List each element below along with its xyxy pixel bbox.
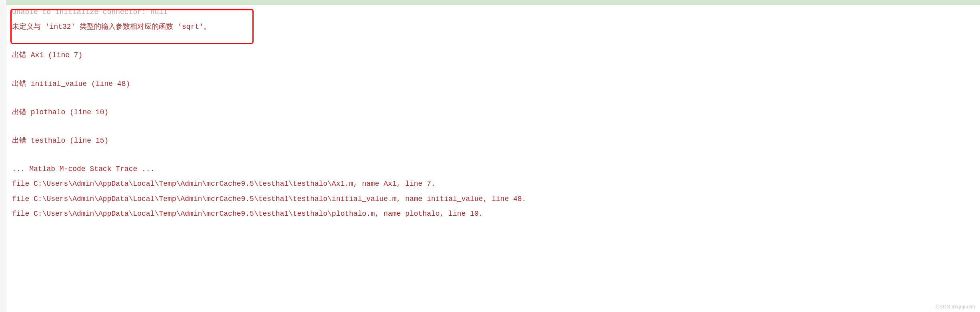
watermark-text: CSDN @qnjudith (936, 304, 975, 310)
stack-trace-header: ... Matlab M-code Stack Trace ... (12, 162, 980, 177)
sidebar (0, 0, 6, 312)
stack-trace-file: file C:\Users\Admin\AppData\Local\Temp\A… (12, 177, 980, 191)
stack-error-item: 出错 Ax1 (line 7) (12, 48, 980, 63)
stack-error-item: 出错 initial_value (line 48) (12, 77, 980, 91)
command-bar (0, 0, 980, 5)
stack-error-item: 出错 testhalo (line 15) (12, 133, 980, 148)
warning-line: Unable to initialize connector: null (12, 5, 980, 20)
console-content: Unable to initialize connector: null 未定义… (0, 0, 980, 221)
stack-error-item: 出错 plothalo (line 10) (12, 105, 980, 120)
stack-trace-file: file C:\Users\Admin\AppData\Local\Temp\A… (12, 207, 980, 221)
stack-trace-file: file C:\Users\Admin\AppData\Local\Temp\A… (12, 192, 980, 207)
error-message: 未定义与 'int32' 类型的输入参数相对应的函数 'sqrt'。 (12, 20, 980, 34)
